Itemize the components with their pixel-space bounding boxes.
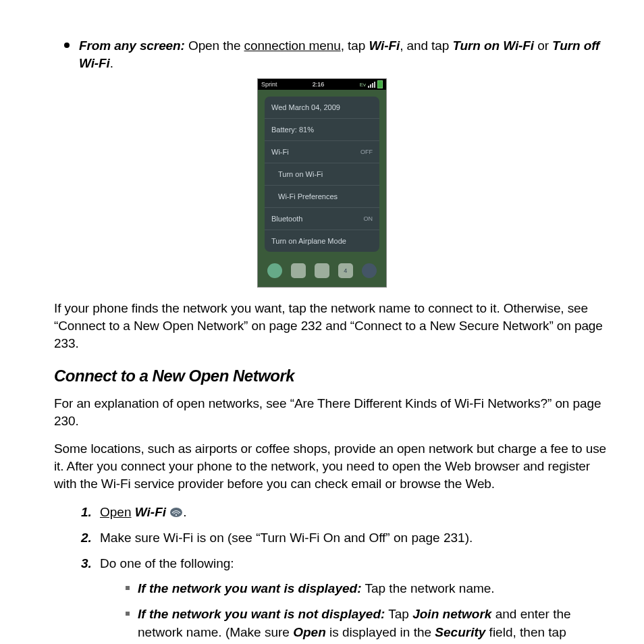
menu-wifi-prefs[interactable]: Wi-Fi Preferences xyxy=(265,186,379,208)
sub-text: If the network you want is not displayed… xyxy=(138,605,607,644)
status-bar: Sprint 2:16 Ev xyxy=(258,79,386,90)
menu-bluetooth[interactable]: BluetoothON xyxy=(265,208,379,230)
dock-contacts-icon[interactable] xyxy=(291,263,306,278)
para-after-image: If your phone finds the network you want… xyxy=(54,300,607,352)
steps-list: 1. Open Wi-Fi . 2. Make sure Wi-Fi is on… xyxy=(81,503,607,644)
bullet-text: From any screen: Open the connection men… xyxy=(79,37,600,72)
step-text: Do one of the following: xyxy=(100,556,234,570)
wifi-label: Wi-Fi xyxy=(369,38,400,53)
heading-connect-open: Connect to a New Open Network xyxy=(54,367,607,385)
menu-date: Wed March 04, 2009 xyxy=(265,97,379,119)
para-explain: For an explanation of open networks, see… xyxy=(54,395,607,429)
bullet-icon xyxy=(126,612,130,616)
dock: 4 xyxy=(258,259,386,287)
text: . xyxy=(110,56,113,70)
svg-point-1 xyxy=(176,514,177,516)
connection-menu: Wed March 04, 2009 Battery: 81% Wi-FiOFF… xyxy=(265,97,379,252)
step-number: 1. xyxy=(81,503,92,522)
phone-screenshot: Sprint 2:16 Ev Wed March 04, 2009 Batter… xyxy=(37,78,607,288)
bullet-icon xyxy=(126,586,130,590)
step-2: 2. Make sure Wi-Fi is on (see “Turn Wi-F… xyxy=(81,529,607,547)
turn-on-wifi-label: Turn on Wi-Fi xyxy=(452,38,534,53)
text: , tap xyxy=(341,38,369,53)
sub-item-displayed: If the network you want is displayed: Ta… xyxy=(126,579,607,598)
text: . xyxy=(183,505,186,519)
dock-email-icon[interactable] xyxy=(315,263,329,278)
bt-state: ON xyxy=(364,215,373,222)
text: , and tap xyxy=(400,38,452,53)
step-number: 2. xyxy=(81,529,92,547)
text: or xyxy=(534,38,552,53)
dock-calendar-icon[interactable]: 4 xyxy=(338,263,353,278)
carrier-label: Sprint xyxy=(261,81,277,88)
wifi-icon xyxy=(169,504,183,515)
wifi-state: OFF xyxy=(360,149,373,155)
para-locations: Some locations, such as airports or coff… xyxy=(54,440,607,492)
menu-battery: Battery: 81% xyxy=(265,119,379,141)
menu-turn-on-wifi[interactable]: Turn on Wi-Fi xyxy=(265,163,379,186)
wifi-text: Wi-Fi xyxy=(135,505,166,519)
bullet-icon xyxy=(64,43,70,48)
page: From any screen: Open the connection men… xyxy=(0,0,644,644)
step-1: 1. Open Wi-Fi . xyxy=(81,503,607,522)
menu-wifi[interactable]: Wi-FiOFF xyxy=(265,141,379,163)
sub-text: If the network you want is displayed: Ta… xyxy=(138,579,495,598)
text: Open the xyxy=(185,38,244,53)
dock-launcher-icon[interactable] xyxy=(362,263,377,278)
signal-icon xyxy=(368,82,375,88)
phone-frame: Sprint 2:16 Ev Wed March 04, 2009 Batter… xyxy=(257,78,387,288)
step-3: 3. Do one of the following: If the netwo… xyxy=(81,554,607,645)
ev-icon: Ev xyxy=(360,82,366,88)
battery-icon xyxy=(377,80,383,88)
sub-list: If the network you want is displayed: Ta… xyxy=(126,579,607,644)
step-number: 3. xyxy=(81,554,92,573)
link-open[interactable]: Open xyxy=(100,505,131,519)
menu-airplane[interactable]: Turn on Airplane Mode xyxy=(265,230,379,252)
step-text: Make sure Wi-Fi is on (see “Turn Wi-Fi O… xyxy=(100,531,473,545)
dock-phone-icon[interactable] xyxy=(267,263,282,278)
clock: 2:16 xyxy=(277,81,360,88)
lead-text: From any screen: xyxy=(79,38,185,53)
link-connection-menu[interactable]: connection menu xyxy=(244,38,341,53)
bullet-from-any-screen: From any screen: Open the connection men… xyxy=(64,37,600,72)
sub-item-not-displayed: If the network you want is not displayed… xyxy=(126,605,607,644)
status-icons: Ev xyxy=(360,80,383,88)
